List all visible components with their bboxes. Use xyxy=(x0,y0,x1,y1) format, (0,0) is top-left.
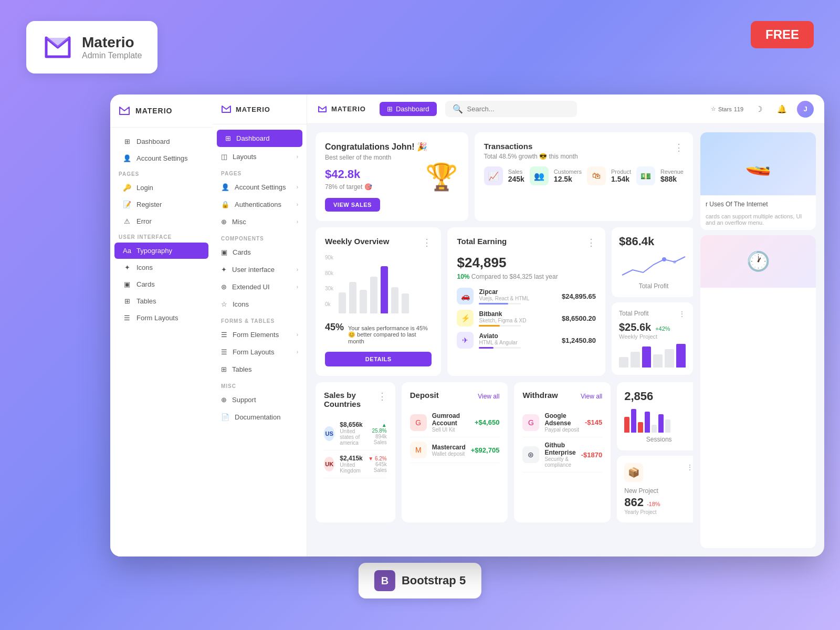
us-sales: 894k Sales xyxy=(368,434,387,445)
uk-amount: $2,415k xyxy=(340,455,362,462)
zipcar-value: $24,895.65 xyxy=(562,292,596,300)
gumroad-name: Gumroad Account xyxy=(432,412,469,427)
weekly-desc: Your sales performance is 45% 😊 better c… xyxy=(348,325,432,344)
sidebar-item-error-label: Error xyxy=(136,217,152,225)
sales-label: Sales xyxy=(508,169,524,175)
account-icon: 👤 xyxy=(123,154,131,162)
main-nav-section-forms: FORMS & TABLES xyxy=(213,313,307,326)
sidebar-main-brand: MATERIO xyxy=(213,94,307,124)
main-nav-account[interactable]: 👤 Account Settings › xyxy=(213,178,307,196)
user-avatar[interactable]: J xyxy=(797,101,814,118)
sidebar-item-dashboard[interactable]: ⊞ Dashboard xyxy=(114,133,208,150)
sidebar-item-cards[interactable]: ▣ Cards xyxy=(114,276,208,292)
sidebar-item-account[interactable]: 👤 Account Settings xyxy=(114,150,208,166)
main-nav-formelements[interactable]: ☰ Form Elements › xyxy=(213,326,307,343)
us-change: ▲ 25.8% xyxy=(368,422,387,434)
details-button[interactable]: DETAILS xyxy=(325,352,432,366)
transactions-menu-button[interactable]: ⋮ xyxy=(674,142,684,153)
deposit-card: Deposit View all G Gumroad Account Sell … xyxy=(402,382,508,522)
search-input[interactable] xyxy=(467,105,570,113)
revenue-icon: 💵 xyxy=(636,166,655,185)
bar-7 xyxy=(402,293,409,313)
main-nav-cards[interactable]: ▣ Cards xyxy=(213,244,307,261)
sidebar-item-login[interactable]: 🔑 Login xyxy=(114,180,208,196)
main-nav-auth[interactable]: 🔒 Authentications › xyxy=(213,196,307,213)
main-nav-layouts[interactable]: ◫ Layouts › xyxy=(213,148,307,165)
earning-change-desc: Compared to $84,325 last year xyxy=(471,273,558,280)
search-bar[interactable]: 🔍 xyxy=(445,101,577,117)
main-content: Congratulations John! 🎉 Best seller of t… xyxy=(307,124,824,556)
bar-5 xyxy=(381,266,388,313)
main-nav-layouts-label: Layouts xyxy=(233,153,257,161)
sidebar-item-tables[interactable]: ⊞ Tables xyxy=(114,293,208,309)
product-label: Product xyxy=(611,169,631,175)
total-profit-label: Total Profit xyxy=(619,310,649,317)
sales-icon: 📈 xyxy=(484,166,503,185)
chevron-right-icon4: › xyxy=(297,219,298,225)
sidebar-main: MATERIO ⊞ Dashboard ◫ Layouts › PAGES 👤 xyxy=(213,94,307,556)
sidebar-section-pages: PAGES xyxy=(110,167,213,179)
sidebar-main-nav: ⊞ Dashboard ◫ Layouts › PAGES 👤 Account … xyxy=(213,124,307,556)
product-icon: 🛍 xyxy=(587,166,606,185)
sidebar-item-error[interactable]: ⚠ Error xyxy=(114,213,208,229)
sidebar-item-icons[interactable]: ✦ Icons xyxy=(114,259,208,276)
sessions-card: 2,856 Sessions xyxy=(617,382,693,450)
main-nav-formlayouts-icon: ☰ xyxy=(221,348,227,356)
customers-icon: 👥 xyxy=(530,166,549,185)
sidebar-item-register-label: Register xyxy=(136,201,162,208)
notifications-button[interactable]: 🔔 xyxy=(774,101,790,117)
new-project-menu[interactable]: ⋮ xyxy=(686,463,693,471)
total-profit-menu[interactable]: ⋮ xyxy=(678,310,686,318)
gumroad-icon: G xyxy=(410,414,427,431)
main-nav-tables[interactable]: ⊞ Tables xyxy=(213,361,307,378)
main-nav-formlayouts[interactable]: ☰ Form Layouts › xyxy=(213,343,307,361)
register-icon: 📝 xyxy=(123,201,131,208)
app-title: Materio xyxy=(82,34,142,51)
app-subtitle: Admin Template xyxy=(82,51,142,60)
weekly-title: Weekly Overview xyxy=(325,237,389,246)
main-nav-formlayouts-label: Form Layouts xyxy=(233,348,274,356)
main-nav-extended-label: Extended UI xyxy=(232,283,270,291)
star-icon: ☆ xyxy=(711,106,716,112)
tables-icon: ⊞ xyxy=(123,297,131,305)
main-nav-support[interactable]: ⊕ Support xyxy=(213,391,307,408)
home-icon: ⊞ xyxy=(387,105,393,113)
main-nav-docs[interactable]: 📄 Documentation xyxy=(213,408,307,426)
main-nav-misc-label: Misc xyxy=(232,218,246,226)
main-nav-section-misc: MISC xyxy=(213,378,307,391)
main-nav-dashboard[interactable]: ⊞ Dashboard xyxy=(217,130,302,147)
main-nav-formelements-icon: ☰ xyxy=(221,331,227,339)
dashboard-tab[interactable]: ⊞ Dashboard xyxy=(380,102,437,116)
google-icon: G xyxy=(522,414,539,431)
right-deco: 🚤 r Uses Of The Internet cards can suppo… xyxy=(700,132,816,548)
main-nav-support-label: Support xyxy=(232,396,256,404)
theme-toggle-button[interactable]: ☽ xyxy=(751,101,766,117)
sidebar-item-typography[interactable]: Aa Typography xyxy=(114,243,208,259)
main-nav-misc[interactable]: ⊕ Misc › xyxy=(213,213,307,230)
customers-label: Customers xyxy=(554,169,582,175)
deco-img-2: 🕐 xyxy=(700,235,816,288)
svg-marker-3 xyxy=(120,107,129,114)
customers-value: 12.5k xyxy=(554,175,582,183)
view-sales-button[interactable]: VIEW SALES xyxy=(325,198,380,212)
earning-menu-button[interactable]: ⋮ xyxy=(586,237,596,248)
weekly-menu-button[interactable]: ⋮ xyxy=(422,237,432,248)
country-us: US $8,656k United states of america ▲ 25… xyxy=(324,417,387,450)
main-nav-icons[interactable]: ☆ Icons xyxy=(213,296,307,313)
main-nav-extended[interactable]: ⊛ Extended UI › xyxy=(213,278,307,296)
deco-img-1: 🚤 xyxy=(700,132,816,195)
main-nav-ui[interactable]: ✦ User interface › xyxy=(213,261,307,278)
sidebar-item-register[interactable]: 📝 Register xyxy=(114,196,208,213)
deposit-view-all-link[interactable]: View all xyxy=(478,393,499,400)
main-nav-ui-icon: ✦ xyxy=(221,266,227,274)
weekly-header: Weekly Overview ⋮ xyxy=(325,237,432,248)
sidebar-item-formlayouts[interactable]: ☰ Form Layouts xyxy=(114,310,208,326)
withdraw-view-all-link[interactable]: View all xyxy=(581,393,602,400)
sales-countries-menu[interactable]: ⋮ xyxy=(377,391,387,402)
congrats-subtitle: Best seller of the month xyxy=(325,154,459,161)
sidebar-item-dashboard-label: Dashboard xyxy=(136,138,170,145)
row-1: Congratulations John! 🎉 Best seller of t… xyxy=(316,132,693,221)
main-nav-dashboard-icon: ⊞ xyxy=(225,134,231,142)
chevron-right-icon5: › xyxy=(297,267,298,272)
stat-product: 🛍 Product 1.54k xyxy=(587,166,631,185)
